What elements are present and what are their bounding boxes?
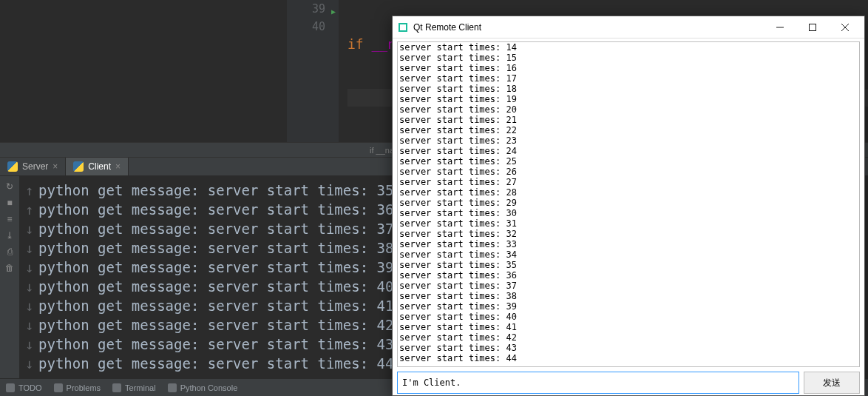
- log-line: server start times: 36: [399, 270, 858, 281]
- log-line: server start times: 24: [399, 146, 858, 156]
- scroll-to-end-icon[interactable]: ⤓: [4, 229, 16, 241]
- log-line: server start times: 31: [399, 218, 858, 229]
- maximize-button[interactable]: [796, 17, 829, 38]
- close-button[interactable]: [829, 17, 861, 38]
- log-line: server start times: 28: [399, 187, 858, 198]
- python-icon: [7, 161, 18, 172]
- run-gutter-icon[interactable]: ▶: [331, 3, 336, 21]
- print-icon[interactable]: ⎙: [4, 246, 16, 258]
- log-line: server start times: 32: [399, 229, 858, 239]
- todo-icon: [6, 383, 15, 392]
- statusbar-terminal[interactable]: Terminal: [112, 383, 156, 392]
- log-line: server start times: 35: [399, 260, 858, 270]
- log-line: server start times: 41: [399, 322, 858, 332]
- log-line: server start times: 23: [399, 135, 858, 146]
- line-number: 40: [287, 18, 325, 36]
- log-line: server start times: 27: [399, 177, 858, 187]
- log-line: server start times: 20: [399, 104, 858, 115]
- log-line: server start times: 44: [399, 353, 858, 363]
- statusbar-python-console[interactable]: Python Console: [168, 383, 238, 392]
- send-button[interactable]: 发送: [804, 372, 860, 394]
- python-icon: [73, 161, 84, 172]
- log-line: server start times: 15: [399, 53, 858, 63]
- log-line: server start times: 30: [399, 208, 858, 218]
- log-line: server start times: 29: [399, 198, 858, 208]
- run-tab-server[interactable]: Server ×: [0, 158, 66, 175]
- close-icon[interactable]: ×: [115, 161, 121, 172]
- run-tab-label: Client: [88, 161, 111, 172]
- log-line: server start times: 14: [399, 42, 858, 53]
- log-line: server start times: 16: [399, 63, 858, 73]
- log-line: server start times: 39: [399, 301, 858, 312]
- message-input[interactable]: [397, 372, 799, 394]
- statusbar-problems[interactable]: Problems: [54, 383, 101, 392]
- python-console-icon: [168, 383, 177, 392]
- clear-icon[interactable]: 🗑: [4, 262, 16, 274]
- log-line: server start times: 42: [399, 332, 858, 343]
- svg-rect-0: [810, 24, 816, 30]
- app-icon: [399, 23, 407, 32]
- log-line: server start times: 19: [399, 94, 858, 104]
- log-line: server start times: 33: [399, 239, 858, 249]
- rerun-icon[interactable]: ↻: [4, 181, 16, 192]
- problems-icon: [54, 383, 63, 392]
- window-title: Qt Remote Client: [413, 22, 481, 33]
- editor-gutter: ▶ 39 40: [287, 0, 339, 142]
- log-line: server start times: 17: [399, 73, 858, 84]
- log-line: server start times: 26: [399, 167, 858, 177]
- log-line: server start times: 38: [399, 291, 858, 301]
- close-icon[interactable]: ×: [52, 161, 58, 172]
- code-keyword: if: [347, 36, 364, 52]
- terminal-icon: [112, 383, 121, 392]
- log-line: server start times: 43: [399, 343, 858, 353]
- titlebar[interactable]: Qt Remote Client: [393, 16, 864, 38]
- log-line: server start times: 40: [399, 312, 858, 322]
- log-line: server start times: 25: [399, 156, 858, 167]
- console-toolbar: ↻ ■ ≡ ⤓ ⎙ 🗑: [0, 176, 19, 378]
- log-line: server start times: 37: [399, 281, 858, 291]
- minimize-button[interactable]: [764, 17, 796, 38]
- log-output[interactable]: server start times: 14server start times…: [397, 41, 860, 367]
- run-tab-label: Server: [22, 161, 48, 172]
- log-line: server start times: 21: [399, 115, 858, 125]
- log-line: server start times: 34: [399, 249, 858, 260]
- log-line: server start times: 22: [399, 125, 858, 135]
- log-line: server start times: 18: [399, 84, 858, 94]
- line-number: 39: [287, 0, 325, 18]
- run-tab-client[interactable]: Client ×: [66, 158, 129, 175]
- statusbar-todo[interactable]: TODO: [6, 383, 42, 392]
- qt-remote-client-window[interactable]: Qt Remote Client server start times: 14s…: [392, 16, 865, 396]
- toggle-wrap-icon[interactable]: ≡: [4, 213, 16, 225]
- stop-icon[interactable]: ■: [4, 197, 16, 209]
